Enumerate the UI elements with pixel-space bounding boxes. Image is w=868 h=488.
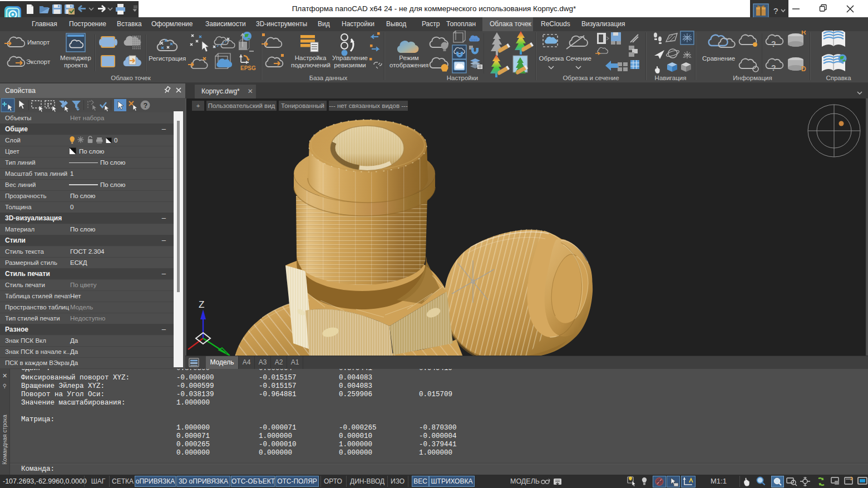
svg-text:?: ? (773, 6, 778, 16)
svg-text:R: R (801, 31, 806, 36)
svg-text:D: D (801, 65, 806, 73)
svg-text:?: ? (144, 102, 148, 110)
svg-text:Z: Z (199, 299, 204, 310)
svg-text:?: ? (771, 63, 776, 72)
svg-text:EPSG: EPSG (240, 65, 256, 71)
svg-text:?: ? (771, 40, 776, 48)
